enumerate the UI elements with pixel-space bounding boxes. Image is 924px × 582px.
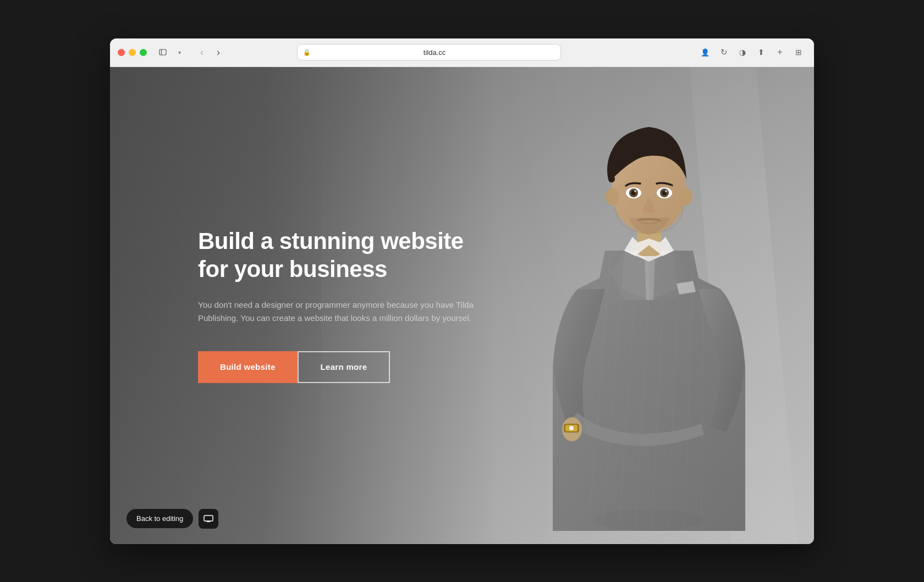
- hero-title-line2: for your business: [198, 256, 387, 282]
- minimize-button[interactable]: [129, 49, 136, 56]
- build-website-button[interactable]: Build website: [198, 351, 298, 383]
- share-button[interactable]: ⬆: [754, 45, 769, 60]
- forward-button[interactable]: ›: [211, 45, 226, 60]
- hero-content: Build a stunning website for your busine…: [110, 67, 814, 544]
- sidebar-toggle-button[interactable]: [156, 47, 170, 57]
- sidebar-chevron-button[interactable]: ▾: [172, 47, 186, 57]
- hero-title: Build a stunning website for your busine…: [198, 228, 484, 283]
- back-button[interactable]: ‹: [194, 45, 210, 60]
- traffic-lights: [118, 49, 147, 56]
- maximize-button[interactable]: [140, 49, 147, 56]
- hero-buttons: Build website Learn more: [198, 351, 814, 383]
- svg-rect-27: [204, 516, 213, 521]
- window-controls: ▾: [156, 47, 186, 57]
- url-text: tilda.cc: [314, 48, 555, 57]
- browser-chrome: ▾ ‹ › 🔒 tilda.cc 👤 ↻ ◑ ⬆ + ⊞: [110, 38, 814, 67]
- new-tab-button[interactable]: +: [772, 45, 788, 60]
- learn-more-button[interactable]: Learn more: [298, 351, 391, 383]
- shield-button[interactable]: ◑: [735, 45, 750, 60]
- browser-actions: 👤 ↻ ◑ ⬆ + ⊞: [697, 45, 806, 60]
- grid-button[interactable]: ⊞: [791, 45, 806, 60]
- svg-rect-0: [160, 49, 166, 55]
- hero-subtitle: You don't need a designer or programmer …: [198, 298, 479, 325]
- website-content: Build a stunning website for your busine…: [110, 67, 814, 544]
- device-preview-button[interactable]: [199, 509, 218, 529]
- profile-button[interactable]: 👤: [697, 45, 713, 60]
- reload-button[interactable]: ↻: [716, 45, 732, 60]
- bottom-bar: Back to editing: [127, 509, 218, 529]
- back-to-editing-button[interactable]: Back to editing: [127, 509, 193, 528]
- close-button[interactable]: [118, 49, 125, 56]
- hero-title-line1: Build a stunning website: [198, 228, 464, 254]
- address-bar[interactable]: 🔒 tilda.cc: [297, 44, 561, 60]
- browser-window: ▾ ‹ › 🔒 tilda.cc 👤 ↻ ◑ ⬆ + ⊞: [110, 38, 814, 544]
- nav-buttons: ‹ ›: [194, 45, 226, 60]
- lock-icon: 🔒: [303, 49, 311, 56]
